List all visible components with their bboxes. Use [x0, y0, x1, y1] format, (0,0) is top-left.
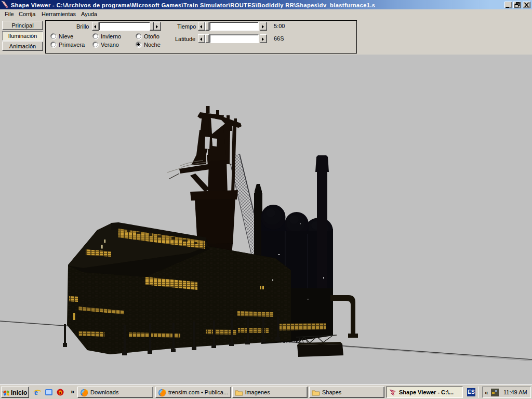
svg-text:e: e [34, 388, 38, 396]
